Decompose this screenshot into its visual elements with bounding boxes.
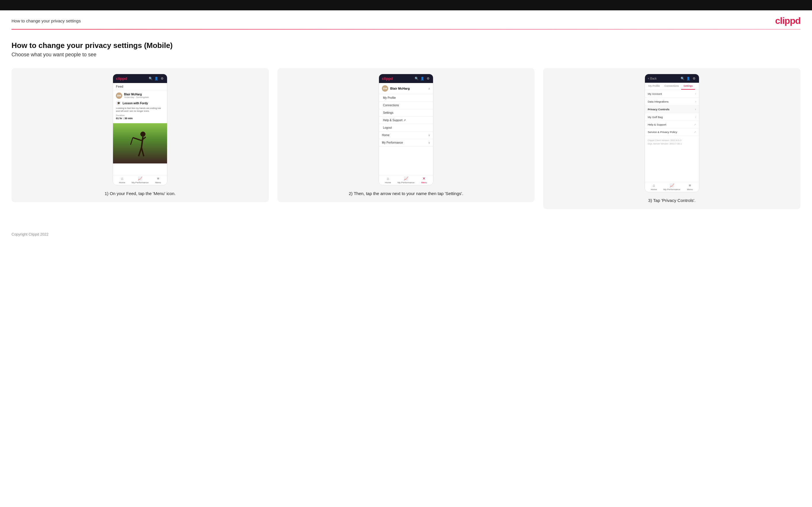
menu-item-connections[interactable]: Connections <box>379 102 433 109</box>
step3-performance-icon: 📈 <box>670 183 674 187</box>
step-2-phone: clippd 🔍 👤 ⚙ BM Blair McHarg ∧ <box>379 74 433 185</box>
step2-phone-header: clippd 🔍 👤 ⚙ <box>379 74 433 83</box>
privacy-controls-chevron: › <box>695 107 696 111</box>
step2-user-icon: 👤 <box>420 77 424 81</box>
step3-bottom-nav: ⌂ Home 📈 My Performance ≡ Menu <box>645 182 699 192</box>
menu-item-logout[interactable]: Logout <box>379 124 433 131</box>
copyright-text: Copyright Clippd 2022 <box>11 232 49 236</box>
menu-user-left: BM Blair McHarg <box>382 85 410 92</box>
footer: Copyright Clippd 2022 <box>0 226 812 242</box>
settings-item-help-support[interactable]: Help & Support ↗ <box>645 121 699 128</box>
step-1-caption: 1) On your Feed, tap the 'Menu' icon. <box>105 190 176 196</box>
my-golf-bag-label: My Golf Bag <box>648 115 663 119</box>
help-support-ext-icon: ↗ <box>694 123 696 126</box>
step1-logo: clippd <box>116 76 127 81</box>
tab-settings[interactable]: Settings <box>681 83 695 90</box>
step3-settings-icon: ⚙ <box>692 76 696 80</box>
home-icon: ⌂ <box>121 176 123 181</box>
step2-nav-performance[interactable]: 📈 My Performance <box>397 176 415 184</box>
step3-home-icon: ⌂ <box>653 183 655 187</box>
step3-search-icon: 🔍 <box>680 76 684 80</box>
step2-home-icon: ⌂ <box>387 176 389 181</box>
feed-tab-label: Feed <box>113 83 167 90</box>
menu-item-settings[interactable]: Settings <box>379 109 433 117</box>
menu-item-my-profile[interactable]: My Profile <box>379 94 433 102</box>
settings-item-data-integrations[interactable]: Data Integrations › <box>645 98 699 105</box>
settings-item-my-golf-bag[interactable]: My Golf Bag › <box>645 113 699 121</box>
settings-item-service-privacy[interactable]: Service & Privacy Policy ↗ <box>645 128 699 136</box>
nav-home[interactable]: ⌂ Home <box>113 176 131 184</box>
step2-performance-icon: 📈 <box>404 176 408 181</box>
step3-nav-menu-label: Menu <box>687 188 693 191</box>
menu-icon: ≡ <box>157 176 159 181</box>
steps-row: clippd 🔍 👤 ⚙ Feed BM Blair McHarg <box>11 68 801 209</box>
top-bar <box>0 0 812 10</box>
my-account-label: My Account <box>648 92 662 95</box>
step-2-card: clippd 🔍 👤 ⚙ BM Blair McHarg ∧ <box>277 68 535 202</box>
help-support-label: Help & Support <box>648 123 666 126</box>
step3-phone-header: < Back 🔍 👤 ⚙ <box>645 74 699 83</box>
golfer-silhouette <box>127 129 153 163</box>
settings-item-my-account[interactable]: My Account › <box>645 90 699 98</box>
golf-image <box>113 123 167 163</box>
step2-logo: clippd <box>382 76 393 81</box>
my-account-chevron: › <box>695 92 696 95</box>
step3-nav-performance[interactable]: 📈 My Performance <box>663 183 681 191</box>
menu-section-home[interactable]: Home ∨ <box>379 131 433 139</box>
step2-nav-menu-label: Menu <box>421 181 427 184</box>
search-icon: 🔍 <box>149 77 153 81</box>
svg-line-6 <box>131 137 133 145</box>
step-2-caption: 2) Then, tap the arrow next to your name… <box>349 190 463 196</box>
header-title: How to change your privacy settings <box>11 18 81 23</box>
step-3-card: < Back 🔍 👤 ⚙ My Profile Connections Sett… <box>543 68 801 209</box>
step2-nav-menu[interactable]: ✕ Menu <box>415 176 433 184</box>
step1-header-icons: 🔍 👤 ⚙ <box>149 77 164 81</box>
nav-performance-label: My Performance <box>132 181 149 184</box>
feed-user-sub: Yesterday · Sunningdale <box>124 96 149 99</box>
lesson-icon: 🎓 <box>116 101 121 106</box>
my-golf-bag-chevron: › <box>695 115 696 119</box>
svg-point-0 <box>140 131 146 137</box>
settings-item-privacy-controls[interactable]: Privacy Controls › <box>645 105 699 113</box>
menu-user-row[interactable]: BM Blair McHarg ∧ <box>379 83 433 94</box>
step1-bottom-nav: ⌂ Home 📈 My Performance ≡ Menu <box>113 175 167 185</box>
nav-menu[interactable]: ≡ Menu <box>149 176 167 184</box>
feed-user-name: Blair McHarg <box>124 93 149 96</box>
performance-icon: 📈 <box>138 176 142 181</box>
settings-tabs: My Profile Connections Settings <box>645 83 699 90</box>
tab-my-profile[interactable]: My Profile <box>646 83 662 90</box>
step3-nav-menu[interactable]: ≡ Menu <box>681 183 699 191</box>
nav-menu-label: Menu <box>155 181 161 184</box>
step3-phone-body: My Account › Data Integrations › Privacy… <box>645 90 699 182</box>
svg-line-1 <box>142 137 143 148</box>
header: How to change your privacy settings clip… <box>0 10 812 29</box>
version-gql: GQL Server Version: 2022.7.30-1 <box>648 142 696 146</box>
feed-desc: Looking to feel like my hands are exitin… <box>116 107 164 113</box>
user-expand-chevron[interactable]: ∧ <box>428 87 430 90</box>
service-privacy-label: Service & Privacy Policy <box>648 130 677 133</box>
page-subheading: Choose what you want people to see <box>11 52 801 58</box>
service-privacy-ext-icon: ↗ <box>694 131 696 133</box>
step3-menu-icon: ≡ <box>689 183 691 187</box>
tab-connections[interactable]: Connections <box>662 83 681 90</box>
nav-performance[interactable]: 📈 My Performance <box>131 176 149 184</box>
menu-section-performance[interactable]: My Performance ∨ <box>379 139 433 147</box>
step2-nav-home-label: Home <box>385 181 391 184</box>
menu-item-help-support[interactable]: Help & Support ↗ <box>379 117 433 124</box>
privacy-controls-label: Privacy Controls <box>648 108 670 111</box>
nav-home-label: Home <box>119 181 125 184</box>
step2-nav-home[interactable]: ⌂ Home <box>379 176 397 184</box>
page-heading: How to change your privacy settings (Mob… <box>11 41 801 50</box>
step3-nav-home[interactable]: ⌂ Home <box>645 183 663 191</box>
step-3-caption: 3) Tap 'Privacy Controls'. <box>648 198 696 204</box>
main-content: How to change your privacy settings (Mob… <box>0 30 812 226</box>
feed-lesson-row: 🎓 Lesson with Fordy <box>116 101 164 106</box>
svg-line-2 <box>133 137 142 140</box>
performance-chevron: ∨ <box>428 141 430 144</box>
logo: clippd <box>775 15 801 26</box>
back-button[interactable]: < Back <box>648 77 657 80</box>
step1-phone-header: clippd 🔍 👤 ⚙ <box>113 74 167 83</box>
feed-lesson-title: Lesson with Fordy <box>122 102 148 105</box>
feed-duration-label: Duration <box>116 114 164 117</box>
data-integrations-label: Data Integrations <box>648 100 668 103</box>
